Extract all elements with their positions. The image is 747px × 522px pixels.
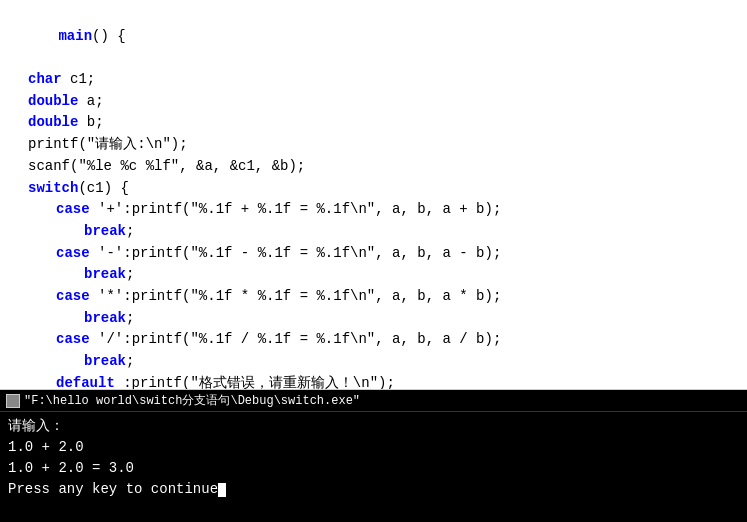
code-line-4: double b; bbox=[0, 112, 747, 134]
code-line-10: case '-':printf("%.1f - %.1f = %.1f\n", … bbox=[0, 243, 747, 265]
code-line-13: break; bbox=[0, 308, 747, 330]
code-line-11: break; bbox=[0, 264, 747, 286]
console-line-3: 1.0 + 2.0 = 3.0 bbox=[8, 458, 739, 479]
code-line-6: scanf("%le %c %lf", &a, &c1, &b); bbox=[0, 156, 747, 178]
code-line-15: break; bbox=[0, 351, 747, 373]
code-editor: main() { char c1; double a; double b; pr… bbox=[0, 0, 747, 390]
code-line-16: default :printf("格式错误，请重新输入！\n"); bbox=[0, 373, 747, 390]
console-title-text: "F:\hello world\switch分支语句\Debug\switch.… bbox=[24, 392, 360, 409]
console-line-4: Press any key to continue bbox=[8, 479, 739, 500]
code-line-7: switch(c1) { bbox=[0, 178, 747, 200]
code-line-1: main() { bbox=[0, 4, 747, 69]
code-line-5: printf("请输入:\n"); bbox=[0, 134, 747, 156]
code-line-12: case '*':printf("%.1f * %.1f = %.1f\n", … bbox=[0, 286, 747, 308]
console-line-2: 1.0 + 2.0 bbox=[8, 437, 739, 458]
keyword-main: main bbox=[58, 28, 92, 44]
console-line-1: 请输入： bbox=[8, 416, 739, 437]
code-line-14: case '/':printf("%.1f / %.1f = %.1f\n", … bbox=[0, 329, 747, 351]
code-line-3: double a; bbox=[0, 91, 747, 113]
code-line-9: break; bbox=[0, 221, 747, 243]
continue-to: to bbox=[126, 481, 143, 497]
console-icon bbox=[6, 394, 20, 408]
cursor-blink bbox=[218, 483, 226, 497]
code-line-2: char c1; bbox=[0, 69, 747, 91]
console-window: "F:\hello world\switch分支语句\Debug\switch.… bbox=[0, 390, 747, 522]
console-titlebar: "F:\hello world\switch分支语句\Debug\switch.… bbox=[0, 390, 747, 412]
console-output: 请输入： 1.0 + 2.0 1.0 + 2.0 = 3.0 Press any… bbox=[0, 412, 747, 504]
code-line-8: case '+':printf("%.1f + %.1f = %.1f\n", … bbox=[0, 199, 747, 221]
